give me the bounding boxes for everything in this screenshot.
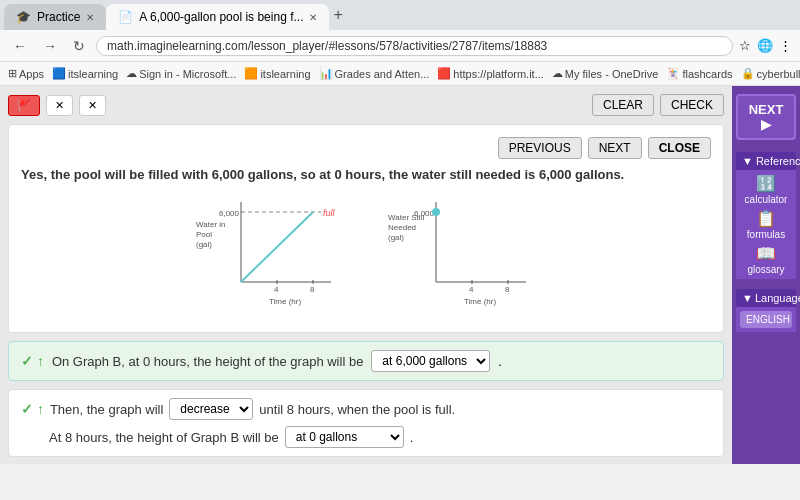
bookmark-flashcards[interactable]: 🃏 flashcards xyxy=(666,67,732,80)
right-chart: Water Still Needed (gal) 6,000 4 8 Ti xyxy=(386,192,541,312)
reference-label: Reference xyxy=(756,155,800,167)
bookmark-itslearning[interactable]: 🟦 itslearning xyxy=(52,67,118,80)
flag-button[interactable]: 🚩 xyxy=(8,95,40,116)
check-button[interactable]: CHECK xyxy=(660,94,724,116)
flag-icon: 🚩 xyxy=(17,99,31,112)
x-button2[interactable]: ✕ xyxy=(79,95,106,116)
reference-section: ▼ Reference 🔢 calculator 📋 formulas 📖 gl… xyxy=(736,152,796,279)
svg-text:Time (hr): Time (hr) xyxy=(269,297,301,306)
question-row-1: ✓ ↑ On Graph B, at 0 hours, the height o… xyxy=(8,341,724,381)
back-button[interactable]: ← xyxy=(8,36,32,56)
formulas-icon: 📋 xyxy=(756,209,776,228)
svg-text:(gal): (gal) xyxy=(388,233,404,242)
svg-text:6,000: 6,000 xyxy=(414,209,435,218)
language-section: ▼ Language ? ENGLISH xyxy=(736,289,796,332)
tab-practice-label: Practice xyxy=(37,10,80,24)
tab-practice-close[interactable]: ✕ xyxy=(86,12,94,23)
q2-before: Then, the graph will xyxy=(50,402,163,417)
sidebar: NEXT ▶ ▼ Reference 🔢 calculator 📋 formul… xyxy=(732,86,800,464)
svg-text:(gal): (gal) xyxy=(196,240,212,249)
bookmark-platform[interactable]: 🟥 https://platform.it... xyxy=(437,67,543,80)
bookmark-onedrive[interactable]: ☁ My files - OneDrive xyxy=(552,67,659,80)
reference-toggle-icon: ▼ xyxy=(742,155,753,167)
formulas-item[interactable]: 📋 formulas xyxy=(747,209,785,240)
tab-active[interactable]: 📄 A 6,000-gallon pool is being f... ✕ xyxy=(106,4,329,30)
calculator-item[interactable]: 🔢 calculator xyxy=(745,174,788,205)
bookmark-star[interactable]: ☆ xyxy=(739,38,751,53)
svg-text:Water in: Water in xyxy=(196,220,226,229)
svg-text:Needed: Needed xyxy=(388,223,416,232)
right-chart-svg: Water Still Needed (gal) 6,000 4 8 Ti xyxy=(386,192,541,312)
decrease-dropdown[interactable]: decrease increase xyxy=(169,398,253,420)
tab-active-close[interactable]: ✕ xyxy=(309,12,317,23)
q3-before: At 8 hours, the height of Graph B will b… xyxy=(49,430,279,445)
bookmark-signin[interactable]: ☁ Sign in - Microsoft... xyxy=(126,67,236,80)
feedback-text: Yes, the pool will be filled with 6,000 … xyxy=(21,167,711,182)
url-bar[interactable] xyxy=(96,36,733,56)
language-body: ENGLISH xyxy=(736,307,796,332)
check-icon-2: ✓ ↑ xyxy=(21,401,44,417)
close-button[interactable]: CLOSE xyxy=(648,137,711,159)
glossary-label: glossary xyxy=(747,264,784,275)
question-row-2: ✓ ↑ Then, the graph will decrease increa… xyxy=(8,389,724,457)
next-button[interactable]: NEXT xyxy=(588,137,642,159)
profile-icon[interactable]: 🌐 xyxy=(757,38,773,53)
svg-text:8: 8 xyxy=(310,285,315,294)
check-icon-1: ✓ ↑ xyxy=(21,353,44,369)
language-toggle-icon: ▼ xyxy=(742,292,753,304)
prev-button[interactable]: PREVIOUS xyxy=(498,137,582,159)
language-label: Language xyxy=(755,292,800,304)
height-dropdown[interactable]: at 0 gallons at 6,000 gallons xyxy=(285,426,404,448)
bookmark-itslearning2[interactable]: 🟧 itslearning xyxy=(244,67,310,80)
feedback-box: PREVIOUS NEXT CLOSE Yes, the pool will b… xyxy=(8,124,724,333)
calculator-icon: 🔢 xyxy=(756,174,776,193)
glossary-icon: 📖 xyxy=(756,244,776,263)
x-icon1: ✕ xyxy=(55,99,64,112)
reference-body: 🔢 calculator 📋 formulas 📖 glossary xyxy=(736,170,796,279)
tab-practice-icon: 🎓 xyxy=(16,10,31,24)
svg-text:4: 4 xyxy=(274,285,279,294)
svg-text:Pool: Pool xyxy=(196,230,212,239)
next-big-label: NEXT ▶ xyxy=(749,102,784,132)
svg-text:Time (hr): Time (hr) xyxy=(464,297,496,306)
question-1-dropdown[interactable]: at 6,000 gallons at 0 gallons at 3,000 g… xyxy=(371,350,490,372)
formulas-label: formulas xyxy=(747,229,785,240)
bookmark-grades[interactable]: 📊 Grades and Atten... xyxy=(319,67,430,80)
svg-line-8 xyxy=(241,212,313,282)
left-chart: full Water in Pool (gal) 6,000 xyxy=(191,192,346,312)
x-icon2: ✕ xyxy=(88,99,97,112)
x-button1[interactable]: ✕ xyxy=(46,95,73,116)
charts-area: full Water in Pool (gal) 6,000 xyxy=(21,192,711,312)
tab-active-label: A 6,000-gallon pool is being f... xyxy=(139,10,303,24)
language-header[interactable]: ▼ Language ? xyxy=(736,289,796,307)
svg-text:full: full xyxy=(323,208,336,218)
left-chart-svg: full Water in Pool (gal) 6,000 xyxy=(191,192,346,312)
english-button[interactable]: ENGLISH xyxy=(740,311,792,328)
q2-after: until 8 hours, when the pool is full. xyxy=(259,402,455,417)
new-tab-button[interactable]: + xyxy=(333,6,342,24)
clear-button[interactable]: CLEAR xyxy=(592,94,654,116)
calculator-label: calculator xyxy=(745,194,788,205)
question-text-1: On Graph B, at 0 hours, the height of th… xyxy=(52,354,363,369)
svg-text:6,000: 6,000 xyxy=(219,209,240,218)
forward-button[interactable]: → xyxy=(38,36,62,56)
bookmark-apps[interactable]: ⊞ Apps xyxy=(8,67,44,80)
glossary-item[interactable]: 📖 glossary xyxy=(747,244,784,275)
bookmark-cyberbullying[interactable]: 🔒 cyberbullying xyxy=(741,67,800,80)
menu-icon[interactable]: ⋮ xyxy=(779,38,792,53)
svg-point-20 xyxy=(432,208,440,216)
tab-active-icon: 📄 xyxy=(118,10,133,24)
svg-text:4: 4 xyxy=(469,285,474,294)
reload-button[interactable]: ↻ xyxy=(68,36,90,56)
svg-text:8: 8 xyxy=(505,285,510,294)
next-big-button[interactable]: NEXT ▶ xyxy=(736,94,796,140)
tab-practice[interactable]: 🎓 Practice ✕ xyxy=(4,4,106,30)
reference-header[interactable]: ▼ Reference xyxy=(736,152,796,170)
